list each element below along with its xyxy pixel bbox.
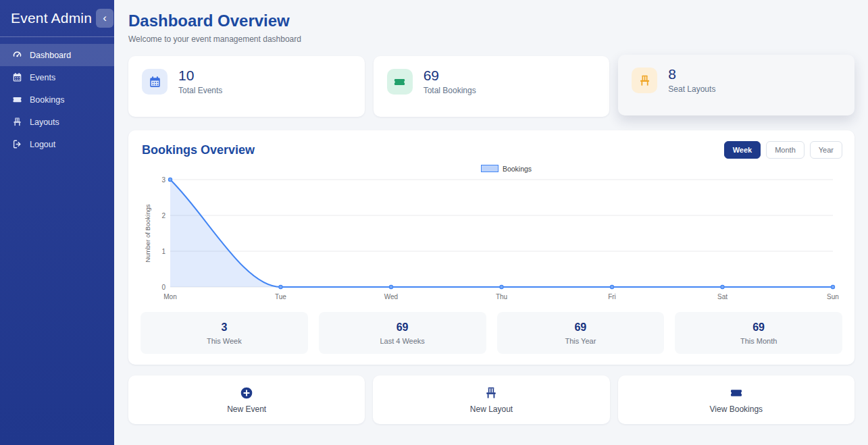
calendar-icon	[142, 69, 168, 95]
chair-icon	[484, 386, 498, 400]
range-button-year[interactable]: Year	[810, 141, 842, 159]
chevron-left-icon: ‹	[103, 12, 107, 24]
svg-text:Tue: Tue	[275, 293, 286, 300]
ticket-icon	[12, 95, 22, 105]
action-label: View Bookings	[710, 404, 763, 414]
summary-value: 3	[221, 321, 227, 334]
ticket-icon	[730, 386, 743, 400]
summary-label: Last 4 Weeks	[380, 337, 424, 345]
legend-label: Bookings	[503, 165, 532, 173]
summary-row: 3 This Week 69 Last 4 Weeks 69 This Year…	[141, 312, 842, 354]
stat-value: 10	[178, 68, 222, 84]
range-button-group: Week Month Year	[724, 141, 842, 159]
quick-actions-row: New Event New Layout View Bookings	[128, 375, 854, 424]
app-title: Event Admin	[11, 10, 92, 26]
stat-card-seat-layouts[interactable]: 8 Seat Layouts	[618, 55, 854, 115]
gauge-icon	[12, 50, 22, 60]
svg-text:0: 0	[161, 284, 165, 291]
action-label: New Event	[227, 404, 266, 414]
sidebar-item-label: Events	[30, 73, 55, 82]
logout-icon	[12, 139, 22, 149]
summary-value: 69	[752, 321, 765, 334]
svg-text:Mon: Mon	[163, 293, 176, 300]
chair-icon	[12, 117, 22, 127]
svg-text:1: 1	[161, 248, 165, 255]
stat-label: Seat Layouts	[668, 84, 715, 94]
summary-this-year: 69 This Year	[497, 312, 665, 354]
stat-card-total-bookings[interactable]: 69 Total Bookings	[374, 56, 610, 117]
svg-text:Sat: Sat	[717, 293, 727, 300]
view-bookings-button[interactable]: View Bookings	[618, 375, 854, 424]
action-label: New Layout	[470, 404, 513, 414]
summary-this-month: 69 This Month	[675, 312, 842, 354]
svg-text:Number of Bookings: Number of Bookings	[144, 204, 151, 262]
svg-text:Wed: Wed	[384, 293, 398, 300]
chart-title: Bookings Overview	[141, 143, 255, 157]
stat-cards-row: 10 Total Events 69 Total Bookings 8 Seat…	[128, 56, 854, 117]
sidebar-nav: Dashboard Events Bookings Layouts Logout	[0, 37, 114, 155]
legend-swatch	[481, 165, 499, 172]
svg-text:3: 3	[161, 176, 165, 184]
sidebar-item-label: Dashboard	[30, 51, 71, 60]
page-subtitle: Welcome to your event management dashboa…	[128, 34, 854, 44]
range-button-week[interactable]: Week	[724, 141, 761, 159]
sidebar-item-label: Logout	[30, 140, 55, 149]
stat-value: 69	[424, 68, 476, 84]
line-area-chart: 0123MonTueWedThuFriSatSunNumber of Booki…	[141, 174, 842, 304]
sidebar-item-label: Bookings	[30, 95, 64, 105]
new-event-button[interactable]: New Event	[128, 375, 365, 424]
stat-label: Total Events	[178, 86, 222, 95]
stat-card-total-events[interactable]: 10 Total Events	[128, 56, 365, 117]
sidebar: Event Admin ‹ Dashboard Events Bookings …	[0, 0, 114, 445]
summary-value: 69	[574, 321, 586, 334]
stat-label: Total Bookings	[424, 86, 476, 95]
summary-this-week: 3 This Week	[141, 312, 308, 354]
summary-label: This Month	[740, 337, 777, 345]
summary-label: This Week	[207, 337, 242, 345]
bookings-overview-card: Bookings Overview Week Month Year Bookin…	[128, 130, 854, 365]
sidebar-item-layouts[interactable]: Layouts	[0, 111, 114, 133]
bookings-chart: 0123MonTueWedThuFriSatSunNumber of Booki…	[141, 174, 842, 304]
summary-last-4-weeks: 69 Last 4 Weeks	[319, 312, 486, 354]
chair-icon	[632, 68, 657, 93]
sidebar-collapse-button[interactable]: ‹	[96, 9, 113, 28]
range-button-month[interactable]: Month	[766, 141, 805, 159]
sidebar-item-dashboard[interactable]: Dashboard	[0, 44, 114, 66]
svg-text:Sun: Sun	[827, 293, 839, 300]
svg-text:Fri: Fri	[608, 293, 616, 300]
sidebar-item-logout[interactable]: Logout	[0, 133, 114, 155]
chart-legend: Bookings	[141, 164, 842, 173]
summary-value: 69	[397, 321, 409, 334]
sidebar-item-label: Layouts	[30, 117, 59, 127]
calendar-icon	[12, 72, 22, 82]
summary-label: This Year	[565, 337, 596, 345]
stat-value: 8	[668, 66, 715, 82]
sidebar-item-bookings[interactable]: Bookings	[0, 88, 114, 111]
plus-circle-icon	[240, 386, 253, 400]
ticket-icon	[387, 69, 413, 95]
page-title: Dashboard Overview	[128, 11, 854, 30]
new-layout-button[interactable]: New Layout	[373, 375, 609, 424]
svg-text:Thu: Thu	[496, 293, 507, 300]
sidebar-item-events[interactable]: Events	[0, 66, 114, 88]
main-content: Dashboard Overview Welcome to your event…	[114, 0, 868, 431]
sidebar-header: Event Admin ‹	[0, 0, 114, 37]
svg-text:2: 2	[161, 212, 165, 219]
